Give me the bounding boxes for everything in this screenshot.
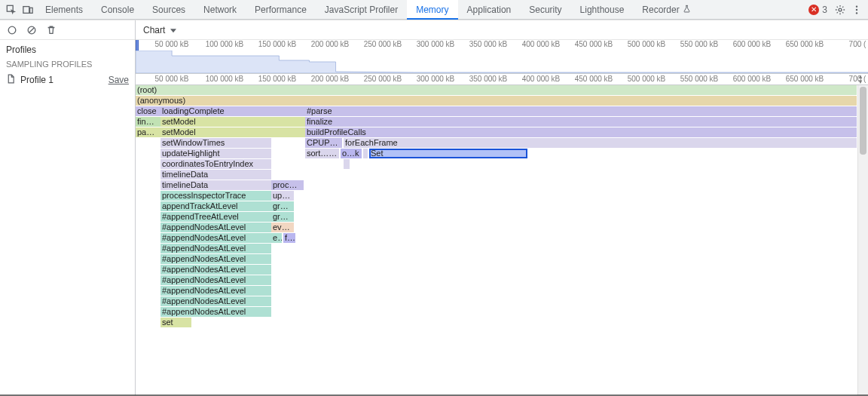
axis-tick: 550 000 kB: [680, 75, 719, 83]
tab-memory[interactable]: Memory: [407, 0, 457, 20]
flame-bar[interactable]: setWindowTimes: [160, 138, 271, 148]
flame-bar[interactable]: buildProfileCalls: [305, 127, 857, 137]
ruler-scroll-arrows[interactable]: ▲ ▼: [857, 74, 866, 84]
record-icon[interactable]: [6, 24, 18, 36]
axis-tick: 300 000 kB: [417, 40, 455, 48]
flame-bar[interactable]: sort…ples: [305, 149, 339, 158]
flame-row: #appendNodesAtLevel: [136, 244, 857, 254]
flame-bar[interactable]: pa…at: [136, 127, 160, 137]
flame-chart[interactable]: (root)(anonymous)closeloadingComplete#pa…: [136, 85, 857, 395]
flame-row: #appendNodesAtLevele…f…r: [136, 233, 857, 244]
settings-gear-icon[interactable]: [832, 2, 848, 18]
svg-rect-1: [23, 6, 29, 13]
axis-tick: 650 000 kB: [786, 40, 824, 48]
flame-row: timelineDataproc…ata: [136, 180, 857, 191]
flame-row: setWindowTimesCPUP…delforEachFrame: [136, 138, 857, 149]
save-link[interactable]: Save: [108, 75, 129, 85]
flame-row: (anonymous): [136, 96, 857, 106]
flame-bar[interactable]: close: [136, 106, 160, 116]
flame-bar[interactable]: #appendNodesAtLevel: [160, 275, 271, 285]
tab-recorder[interactable]: Recorder: [633, 0, 699, 20]
flame-row: timelineData: [136, 170, 857, 180]
chevron-down-icon[interactable]: ▼: [857, 79, 866, 84]
flame-bar[interactable]: finalize: [305, 117, 857, 127]
flame-bar[interactable]: proc…ata: [271, 180, 304, 190]
flame-bar[interactable]: #appendNodesAtLevel: [160, 254, 271, 264]
flame-bar[interactable]: [181, 318, 191, 327]
flame-bar[interactable]: up…up: [271, 191, 294, 201]
inspect-element-icon[interactable]: [3, 2, 20, 18]
view-toolbar: Chart: [136, 20, 868, 40]
flame-bar[interactable]: timelineData: [160, 180, 271, 190]
error-badge[interactable]: ✕ 3: [808, 5, 827, 15]
tab-application[interactable]: Application: [458, 0, 521, 20]
tab-security[interactable]: Security: [520, 0, 570, 20]
flame-bar[interactable]: ev…ew: [271, 223, 294, 232]
flame-row: processInspectorTraceup…up: [136, 191, 857, 201]
flame-bar[interactable]: [344, 159, 350, 169]
view-selector[interactable]: Chart: [142, 23, 179, 37]
flame-bar[interactable]: f…r: [283, 233, 295, 243]
overview-minimap[interactable]: 50 000 kB100 000 kB150 000 kB200 000 kB2…: [136, 40, 868, 73]
flame-bar[interactable]: setModel: [160, 127, 305, 137]
flame-bar[interactable]: loadingComplete: [160, 106, 305, 116]
flame-bar[interactable]: #appendNodesAtLevel: [160, 307, 271, 317]
flame-row: #appendNodesAtLevelev…ew: [136, 223, 857, 233]
axis-ruler[interactable]: 50 000 kB100 000 kB150 000 kB200 000 kB2…: [136, 73, 868, 85]
flame-bar[interactable]: o…k: [341, 149, 362, 158]
tab-elements[interactable]: Elements: [36, 0, 92, 20]
tab-network[interactable]: Network: [194, 0, 246, 20]
flame-bar[interactable]: [363, 149, 368, 158]
flame-bar[interactable]: timelineData: [160, 170, 271, 180]
axis-tick: 400 000 kB: [522, 75, 561, 83]
flame-bar[interactable]: gro…ts: [271, 201, 294, 211]
flame-bar[interactable]: #appendNodesAtLevel: [160, 223, 271, 232]
document-icon: [6, 74, 16, 86]
trash-icon[interactable]: [45, 24, 57, 36]
flame-bar[interactable]: CPUP…del: [305, 138, 342, 148]
profile-name: Profile 1: [20, 75, 104, 85]
flame-bar[interactable]: processInspectorTrace: [160, 191, 271, 201]
tab-lighthouse[interactable]: Lighthouse: [571, 0, 634, 20]
tab-sources[interactable]: Sources: [143, 0, 194, 20]
flask-icon: [683, 5, 691, 15]
flame-bar[interactable]: (anonymous): [136, 96, 857, 106]
device-toolbar-icon[interactable]: [20, 2, 36, 18]
tab-javascript-profiler[interactable]: JavaScript Profiler: [316, 0, 407, 20]
flame-bar[interactable]: fin…ce: [136, 117, 160, 127]
scrollbar-thumb[interactable]: [860, 87, 866, 155]
flame-row: fin…cesetModelfinalize: [136, 117, 857, 127]
axis-tick: 500 000 kB: [628, 40, 666, 48]
flame-bar[interactable]: #appendTreeAtLevel: [160, 212, 271, 222]
flame-bar[interactable]: set: [160, 318, 181, 327]
flame-bar[interactable]: #appendNodesAtLevel: [160, 296, 271, 306]
flame-bar[interactable]: (root): [136, 85, 857, 95]
axis-tick: 550 000 kB: [680, 40, 719, 48]
vertical-scrollbar[interactable]: [857, 85, 868, 395]
flame-bar[interactable]: #appendNodesAtLevel: [160, 286, 271, 296]
flame-bar[interactable]: #appendNodesAtLevel: [160, 244, 271, 253]
flame-bar[interactable]: #appendNodesAtLevel: [160, 265, 271, 275]
flame-row: pa…atsetModelbuildProfileCalls: [136, 127, 857, 138]
flame-bar[interactable]: e…: [271, 233, 282, 243]
flame-bar[interactable]: updateHighlight: [160, 149, 271, 158]
axis-tick: 450 000 kB: [575, 40, 613, 48]
kebab-menu-icon[interactable]: [848, 2, 865, 18]
axis-tick: 250 000 kB: [364, 75, 402, 83]
axis-tick: 350 000 kB: [469, 75, 508, 83]
axis-tick: 450 000 kB: [575, 75, 613, 83]
flame-bar[interactable]: gr…ew: [271, 212, 294, 222]
flame-bar[interactable]: #parse: [305, 106, 857, 116]
flame-row: updateHighlightsort…pleso…kSet: [136, 149, 857, 159]
flame-bar[interactable]: Set: [369, 149, 527, 158]
flame-bar[interactable]: setModel: [160, 117, 305, 127]
error-count: 3: [822, 5, 827, 15]
flame-bar[interactable]: #appendNodesAtLevel: [160, 233, 271, 243]
flame-bar[interactable]: coordinatesToEntryIndex: [160, 159, 271, 169]
tab-console[interactable]: Console: [92, 0, 143, 20]
tab-performance[interactable]: Performance: [246, 0, 316, 20]
profile-row[interactable]: Profile 1 Save: [0, 72, 135, 88]
flame-bar[interactable]: appendTrackAtLevel: [160, 201, 271, 211]
stop-clear-icon[interactable]: [26, 24, 38, 36]
flame-bar[interactable]: forEachFrame: [344, 138, 857, 148]
